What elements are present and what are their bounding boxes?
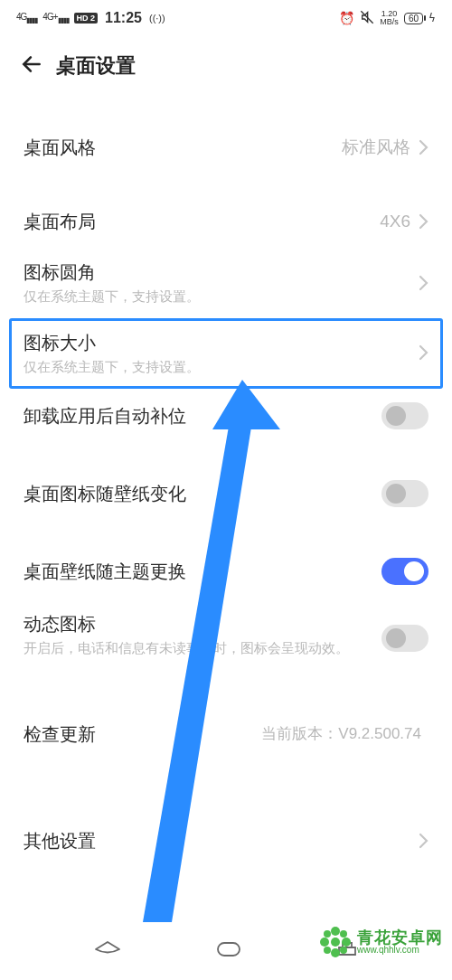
battery-icon: 60: [404, 13, 423, 24]
svg-point-5: [331, 927, 340, 936]
item-other-settings[interactable]: 其他设置: [0, 815, 452, 867]
item-value: 标准风格: [342, 136, 410, 159]
clock: 11:25: [105, 10, 142, 26]
item-title: 桌面布局: [24, 210, 380, 233]
charging-icon: ϟ: [428, 12, 436, 24]
page-header: 桌面设置: [0, 36, 452, 89]
item-value: 4X6: [380, 212, 410, 231]
item-check-update[interactable]: 检查更新 当前版本：V9.2.500.74: [0, 708, 452, 760]
item-dynamic-icon: 动态图标 开启后，电话和信息有未读事件时，图标会呈现动效。: [0, 599, 452, 670]
watermark-logo-icon: [317, 924, 353, 960]
signal-2: 4G+▮▮▮▮: [42, 12, 68, 24]
hotspot-icon: ((·)): [149, 13, 165, 24]
hd-badge: HD 2: [74, 13, 99, 24]
item-icon-corner[interactable]: 图标圆角 仅在系统主题下，支持设置。: [0, 248, 452, 318]
item-title: 其他设置: [24, 829, 418, 853]
item-title: 图标圆角: [24, 260, 418, 284]
item-icon-size[interactable]: 图标大小 仅在系统主题下，支持设置。: [0, 318, 452, 389]
item-title: 图标大小: [24, 331, 418, 354]
back-button[interactable]: [20, 52, 43, 80]
mute-icon: [360, 10, 374, 27]
svg-point-7: [320, 938, 329, 947]
svg-point-11: [324, 947, 331, 954]
svg-point-12: [340, 947, 347, 954]
svg-point-8: [342, 938, 351, 947]
item-subtitle: 仅在系统主题下，支持设置。: [24, 287, 418, 306]
chevron-right-icon: [418, 833, 428, 849]
watermark-title: 青花安卓网: [357, 929, 443, 946]
svg-point-4: [331, 938, 340, 947]
status-right: ⏰ 1.20 MB/s 60 ϟ: [339, 10, 436, 27]
item-subtitle: 仅在系统主题下，支持设置。: [24, 358, 418, 376]
item-desktop-style[interactable]: 桌面风格 标准风格: [0, 121, 452, 174]
item-title: 桌面壁纸随主题更换: [24, 560, 381, 583]
watermark: 青花安卓网 www.qhhlv.com: [317, 924, 443, 960]
item-title: 桌面图标随壁纸变化: [24, 482, 381, 505]
toggle-wallpaper-theme[interactable]: [381, 558, 428, 585]
svg-point-10: [340, 930, 347, 938]
page-title: 桌面设置: [56, 52, 136, 80]
net-speed: 1.20 MB/s: [380, 10, 399, 26]
toggle-dynamic-icon[interactable]: [381, 625, 428, 652]
svg-point-6: [331, 948, 340, 957]
nav-home-icon[interactable]: [215, 940, 242, 962]
item-title: 卸载应用后自动补位: [24, 404, 381, 428]
item-subtitle: 开启后，电话和信息有未读事件时，图标会呈现动效。: [24, 639, 381, 657]
item-value: 当前版本：V9.2.500.74: [261, 723, 421, 744]
item-title: 动态图标: [24, 612, 381, 636]
item-wallpaper-theme: 桌面壁纸随主题更换: [0, 543, 452, 599]
item-icon-wallpaper: 桌面图标随壁纸变化: [0, 466, 452, 522]
nav-back-icon[interactable]: [92, 939, 123, 963]
alarm-icon: ⏰: [339, 11, 354, 25]
status-left: 4G▮▮▮▮ 4G+▮▮▮▮ HD 2 11:25 ((·)): [16, 10, 165, 26]
svg-rect-3: [218, 943, 240, 956]
watermark-url: www.qhhlv.com: [357, 946, 443, 955]
item-title: 桌面风格: [24, 136, 342, 159]
item-desktop-layout[interactable]: 桌面布局 4X6: [0, 195, 452, 248]
item-icon-size-container: 图标大小 仅在系统主题下，支持设置。: [0, 318, 452, 389]
signal-1: 4G▮▮▮▮: [16, 12, 37, 24]
chevron-right-icon: [418, 213, 428, 230]
toggle-auto-fill[interactable]: [381, 402, 428, 429]
svg-point-9: [324, 930, 331, 938]
toggle-icon-wallpaper[interactable]: [381, 480, 428, 507]
chevron-right-icon: [418, 344, 428, 361]
chevron-right-icon: [418, 139, 428, 155]
chevron-right-icon: [418, 275, 428, 291]
item-auto-fill: 卸载应用后自动补位: [0, 388, 452, 444]
status-bar: 4G▮▮▮▮ 4G+▮▮▮▮ HD 2 11:25 ((·)) ⏰ 1.20 M…: [0, 0, 452, 36]
item-title: 检查更新: [24, 722, 261, 746]
